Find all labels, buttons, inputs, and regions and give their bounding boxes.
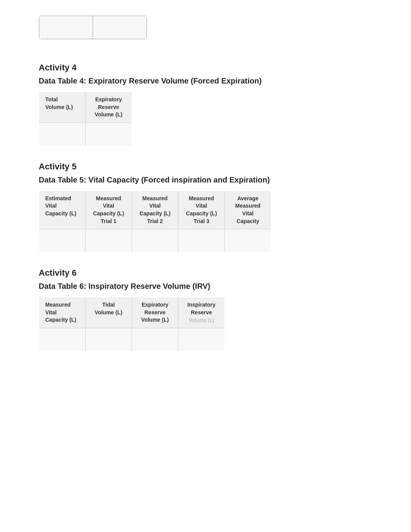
act4-row1-col2[interactable] [86, 123, 132, 146]
act5-col1-header: EstimatedVitalCapacity (L) [39, 191, 86, 229]
activity6-table-title: Data Table 6: Inspiratory Reserve Volume… [39, 282, 372, 291]
act6-col2-header: TidalVolume (L) [86, 297, 132, 328]
act6-col3-header: ExpiratoryReserveVolume (L) [132, 297, 178, 328]
activity4-block: Activity 4 Data Table 4: Expiratory Rese… [39, 63, 372, 146]
act6-row1-col4[interactable] [178, 328, 225, 351]
act6-col4-partial-text: Volume (L) [188, 317, 214, 323]
activity5-block: Activity 5 Data Table 5: Vital Capacity … [39, 162, 372, 252]
act4-col2-header: ExpiratoryReserveVolume (L) [86, 92, 132, 123]
act6-col1-header: MeasuredVitalCapacity (L) [39, 297, 86, 328]
act5-row1-col1[interactable] [39, 229, 86, 252]
activity6-title: Activity 6 [39, 268, 372, 278]
top-widget-cell-2 [93, 16, 147, 39]
act5-row1-col3[interactable] [132, 229, 178, 252]
act6-row1 [39, 328, 225, 351]
act4-col1-header: TotalVolume (L) [39, 92, 86, 123]
activity6-block: Activity 6 Data Table 6: Inspiratory Res… [39, 268, 372, 351]
act5-col2-header: MeasuredVitalCapacity (L)Trial 1 [86, 191, 132, 229]
top-widget [39, 15, 147, 39]
act4-row1 [39, 123, 132, 146]
act5-col5-header: AverageMeasuredVitalCapacity [225, 191, 271, 229]
activity5-title: Activity 5 [39, 162, 372, 172]
activity5-table-title: Data Table 5: Vital Capacity (Forced ins… [39, 176, 372, 184]
activity4-table-title: Data Table 4: Expiratory Reserve Volume … [39, 77, 372, 85]
act6-row1-col2[interactable] [86, 328, 132, 351]
act4-row1-col1[interactable] [39, 123, 86, 146]
top-widget-cell-1 [39, 16, 93, 39]
activity5-table: EstimatedVitalCapacity (L) MeasuredVital… [39, 191, 271, 252]
act5-row1-col5[interactable] [225, 229, 271, 252]
act5-col3-header: MeasuredVitalCapacity (L)Trial 2 [132, 191, 178, 229]
act6-row1-col3[interactable] [132, 328, 178, 351]
activity4-table: TotalVolume (L) ExpiratoryReserveVolume … [39, 92, 132, 146]
activity4-title: Activity 4 [39, 63, 372, 73]
act5-row1-col2[interactable] [86, 229, 132, 252]
act5-row1 [39, 229, 271, 252]
act6-row1-col1[interactable] [39, 328, 86, 351]
act5-col4-header: MeasuredVitalCapacity (L)Trial 3 [178, 191, 225, 229]
act5-row1-col4[interactable] [178, 229, 225, 252]
act6-col4-header: InspiratoryReserve Volume (L) [178, 297, 225, 328]
activity6-table: MeasuredVitalCapacity (L) TidalVolume (L… [39, 297, 225, 351]
